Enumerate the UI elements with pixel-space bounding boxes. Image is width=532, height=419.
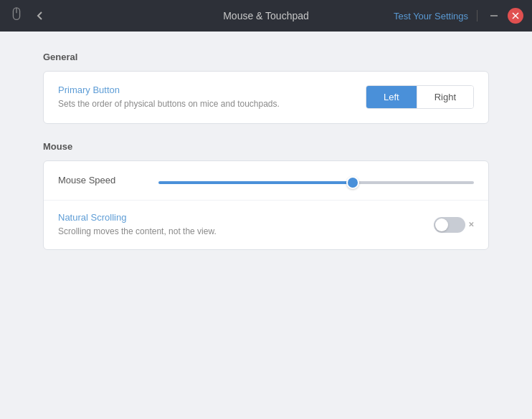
close-button[interactable]	[508, 8, 523, 24]
mouse-section-title: Mouse	[43, 141, 489, 152]
general-section-title: General	[43, 52, 489, 62]
toggle-thumb	[435, 218, 448, 231]
mouse-speed-row: Mouse Speed	[44, 161, 488, 201]
primary-button-info: Primary Button Sets the order of physica…	[58, 85, 351, 110]
content-area: General Primary Button Sets the order of…	[0, 32, 532, 287]
slider-container	[158, 174, 474, 187]
mouse-icon	[9, 6, 24, 25]
titlebar: Mouse & Touchpad Test Your Settings	[0, 0, 532, 32]
titlebar-title: Mouse & Touchpad	[223, 10, 309, 21]
mouse-speed-slider[interactable]	[158, 181, 474, 184]
general-card: Primary Button Sets the order of physica…	[43, 71, 489, 124]
mouse-card: Mouse Speed Natural Scrolling Scrolling …	[43, 160, 489, 250]
primary-button-label: Primary Button	[58, 85, 351, 95]
right-button[interactable]: Right	[417, 86, 473, 108]
primary-button-group: Left Right	[366, 85, 474, 109]
titlebar-left	[9, 6, 49, 25]
titlebar-divider	[477, 10, 478, 21]
natural-scrolling-info: Natural Scrolling Scrolling moves the co…	[58, 212, 419, 238]
natural-scrolling-toggle-container: ✕	[434, 217, 474, 233]
minimize-button[interactable]	[486, 8, 502, 24]
primary-button-row: Primary Button Sets the order of physica…	[44, 72, 488, 123]
toggle-x-icon: ✕	[468, 221, 474, 228]
primary-button-description: Sets the order of physical buttons on mi…	[58, 98, 351, 110]
natural-scrolling-row: Natural Scrolling Scrolling moves the co…	[44, 201, 488, 249]
mouse-speed-label: Mouse Speed	[58, 175, 144, 186]
natural-scrolling-description: Scrolling moves the content, not the vie…	[58, 226, 419, 238]
natural-scrolling-toggle[interactable]	[434, 217, 465, 233]
left-button[interactable]: Left	[366, 86, 417, 108]
back-button[interactable]	[32, 7, 49, 24]
test-settings-link[interactable]: Test Your Settings	[394, 11, 468, 21]
titlebar-right: Test Your Settings	[394, 8, 523, 24]
natural-scrolling-label: Natural Scrolling	[58, 212, 419, 223]
